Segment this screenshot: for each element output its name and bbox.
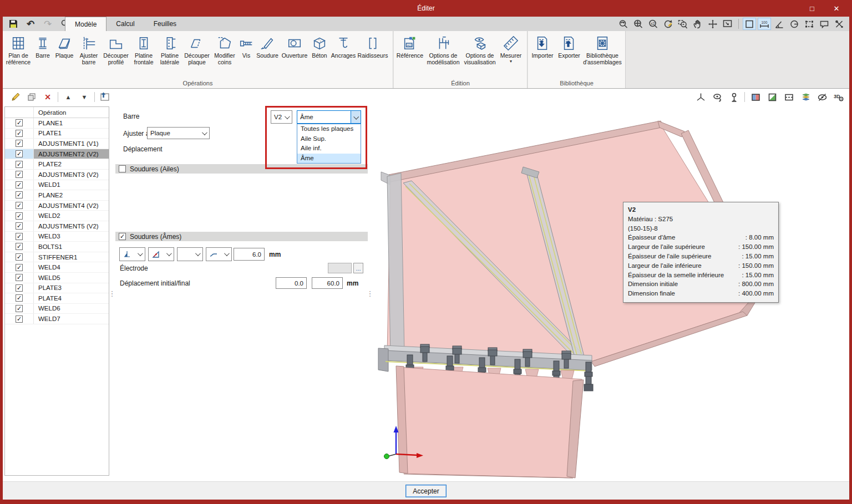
hide-elements-icon[interactable]	[816, 91, 828, 103]
row-checkbox[interactable]: ✓	[16, 191, 23, 198]
maximize-button[interactable]: □	[800, 0, 824, 17]
undo-icon[interactable]: ↶	[24, 18, 37, 30]
arc-icon[interactable]	[788, 18, 801, 30]
row-label[interactable]: WELD7	[34, 314, 109, 324]
row-label[interactable]: ADJUSTMENT3 (V2)	[34, 170, 109, 180]
ribbon-button-raidisseurs[interactable]: Raidisseurs	[357, 33, 389, 59]
row-checkbox[interactable]: ✓	[16, 130, 23, 137]
tab-feuilles[interactable]: Feuilles	[144, 17, 186, 31]
row-label[interactable]: PLATE1	[34, 129, 109, 139]
ribbon-button-importer[interactable]: Importer	[529, 33, 556, 59]
row-label[interactable]: BOLTS1	[34, 242, 109, 252]
weld-type-combo[interactable]	[119, 247, 145, 261]
ribbon-button-platine-frontale[interactable]: Platine frontale	[130, 33, 157, 65]
zoom-scale-icon[interactable]: x2	[646, 18, 660, 30]
row-checkbox[interactable]: ✓	[16, 150, 23, 157]
edit-pencil-icon[interactable]	[9, 91, 22, 103]
workplane-icon[interactable]	[766, 91, 778, 103]
dropdown-item[interactable]: Aile Sup.	[297, 134, 361, 144]
redraw-icon[interactable]	[661, 18, 674, 30]
row-label[interactable]: STIFFENER1	[34, 252, 109, 262]
ribbon-button-vis[interactable]: Vis	[238, 33, 255, 59]
member-combo[interactable]: V2	[271, 110, 292, 124]
row-label[interactable]: PLATE3	[34, 283, 109, 293]
ribbon-button-decouper-plaque[interactable]: Découper plaque	[182, 33, 211, 65]
close-button[interactable]: ✕	[824, 0, 849, 17]
ribbon-button-ancrages[interactable]: Ancrages	[330, 33, 357, 59]
ribbon-button-exporter[interactable]: Exporter	[556, 33, 582, 59]
row-checkbox[interactable]: ✓	[16, 212, 23, 220]
save-icon[interactable]	[7, 18, 19, 30]
ribbon-button-platine-laterale[interactable]: Platine latérale	[157, 33, 182, 65]
row-label[interactable]: PLATE2	[34, 159, 109, 169]
row-checkbox[interactable]: ✓	[16, 315, 23, 323]
clipping-icon[interactable]	[783, 91, 795, 103]
displacement-initial-input[interactable]: 0.0	[276, 277, 307, 289]
row-checkbox[interactable]: ✓	[16, 161, 23, 168]
comment-icon[interactable]	[818, 18, 831, 30]
row-label[interactable]: PLANE1	[34, 118, 109, 128]
ribbon-button-plan-de-reference[interactable]: Plan de référence	[4, 33, 33, 65]
zoom-window-icon[interactable]	[676, 18, 689, 30]
delete-icon[interactable]: ✕	[42, 91, 54, 103]
dimensions-icon[interactable]: 100	[758, 18, 771, 30]
plate-part-combo[interactable]: Âme	[297, 110, 361, 124]
move-up-icon[interactable]: ▲	[62, 91, 74, 103]
tools-icon[interactable]	[833, 18, 846, 30]
zoom-previous-icon[interactable]	[616, 18, 630, 30]
row-label[interactable]: PLANE2	[34, 190, 109, 200]
splitter-handle[interactable]: ⋮	[368, 105, 372, 481]
soudures-ames-checkbox[interactable]: ✓	[119, 233, 126, 240]
row-label[interactable]: WELD2	[34, 211, 109, 221]
layers-icon[interactable]	[799, 91, 812, 103]
orbit-icon[interactable]	[706, 18, 719, 30]
electrode-browse-button[interactable]: ...	[353, 263, 363, 273]
splitter-handle[interactable]: ⋮	[110, 105, 114, 481]
displacement-final-input[interactable]: 60.0	[312, 277, 343, 289]
row-checkbox[interactable]: ✓	[16, 274, 23, 281]
ribbon-button-modifier-coins[interactable]: Modifier coins	[211, 33, 238, 65]
row-label[interactable]: WELD3	[34, 232, 109, 242]
row-checkbox[interactable]: ✓	[16, 202, 23, 209]
row-checkbox[interactable]: ✓	[16, 253, 23, 261]
weld-prep-combo[interactable]	[177, 247, 203, 261]
ribbon-button-decouper-profile[interactable]: Découper profilé	[102, 33, 130, 65]
row-label[interactable]: ADJUSTMENT2 (V2)	[34, 149, 109, 159]
redo-icon[interactable]: ↷	[42, 18, 54, 30]
ribbon-button-ajuster-barre[interactable]: Ajuster barre	[76, 33, 102, 65]
dropdown-item[interactable]: Toutes les plaques	[297, 124, 361, 134]
frame-mode-icon[interactable]	[743, 18, 756, 30]
row-checkbox[interactable]: ✓	[16, 171, 23, 178]
ribbon-button-plaque[interactable]: Plaque	[53, 33, 76, 59]
ribbon-button-options-modelisation[interactable]: Options de modélisation	[425, 33, 462, 65]
ribbon-button-reference[interactable]: A01 Référence	[395, 33, 425, 59]
full-screen-icon[interactable]	[721, 18, 734, 30]
weld-size-input[interactable]: 6.0	[234, 248, 265, 261]
row-checkbox[interactable]: ✓	[16, 264, 23, 271]
ribbon-button-bibliotheque-assemblages[interactable]: Bibliothèque d'assemblages	[582, 33, 622, 65]
ribbon-button-options-visualisation[interactable]: Options de visualisation	[462, 33, 498, 65]
row-label[interactable]: ADJUSTMENT4 (V2)	[34, 201, 109, 211]
export-list-icon[interactable]	[99, 91, 111, 103]
weld-side-combo[interactable]	[148, 247, 174, 261]
3d-settings-icon[interactable]: 3D	[833, 91, 845, 103]
ajuster-combo[interactable]: Plaque	[147, 127, 210, 139]
row-checkbox[interactable]: ✓	[16, 233, 23, 240]
soudures-ailes-checkbox[interactable]	[119, 165, 126, 172]
angle-icon[interactable]	[773, 18, 786, 30]
tab-calcul[interactable]: Calcul	[106, 17, 144, 31]
ribbon-button-ouverture[interactable]: Ouverture	[280, 33, 309, 59]
dropdown-item-selected[interactable]: Âme	[297, 154, 361, 164]
row-checkbox[interactable]: ✓	[16, 305, 23, 312]
row-label[interactable]: WELD5	[34, 273, 109, 283]
row-checkbox[interactable]: ✓	[16, 119, 23, 126]
ribbon-button-barre[interactable]: Barre	[33, 33, 53, 59]
ribbon-button-mesurer[interactable]: Mesurer ▾	[498, 33, 524, 63]
zoom-extents-icon[interactable]	[631, 18, 645, 30]
row-checkbox[interactable]: ✓	[16, 284, 23, 292]
row-checkbox[interactable]: ✓	[16, 243, 23, 250]
ribbon-button-beton[interactable]: Béton	[309, 33, 330, 59]
combo-arrow-button[interactable]	[351, 111, 361, 123]
row-checkbox[interactable]: ✓	[16, 181, 23, 189]
row-label[interactable]: WELD1	[34, 180, 109, 190]
